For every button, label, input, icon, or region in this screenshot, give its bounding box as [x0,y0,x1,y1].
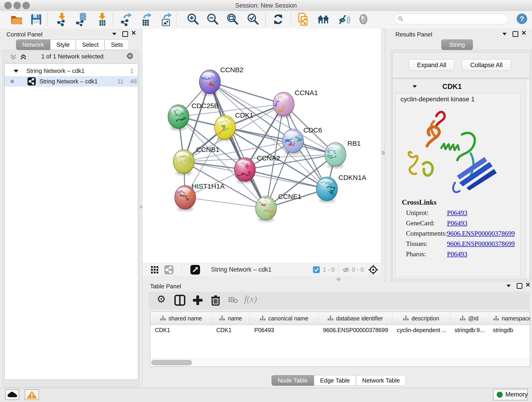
birds-eye-grid-icon[interactable] [151,266,159,275]
network-view-title: String Network – cdk1 [211,263,272,276]
tab-network[interactable]: Network [16,39,50,50]
cloud-button[interactable] [5,389,19,400]
delete-column-trash-icon[interactable] [210,294,221,307]
memory-label: Memory [505,391,528,398]
help-icon[interactable]: ? [516,13,529,27]
edge-CCNB2-CCNA1[interactable] [210,82,284,104]
node-label-RB1: RB1 [347,140,361,147]
node-HIST1H1A[interactable]: HIST1H1A [175,182,225,211]
zoom-out-icon[interactable] [206,12,219,26]
node-RB1[interactable]: RB1 [325,140,361,168]
table-panel-menu-icon[interactable] [507,285,511,287]
node-CDKN1A[interactable]: CDKN1A [314,174,366,203]
tab-string[interactable]: String [441,39,473,50]
results-panel-menu-icon[interactable] [502,33,507,35]
results-panel-title: Results Panel [395,31,432,38]
network-options-gear-icon[interactable]: ⚙ [126,52,133,60]
column-header-canonical-name[interactable]: canonical name [250,312,318,325]
table-scrollbar-thumb[interactable] [151,360,192,365]
warnings-button[interactable] [25,389,39,400]
memory-button[interactable]: Memory [493,389,528,400]
home-icon[interactable] [317,12,330,26]
collapse-all-button[interactable]: Collapse All [462,59,511,71]
node-CDC25B[interactable]: CDC25B [168,102,219,130]
node-CDK1[interactable]: CDK1 [212,111,253,141]
crosslink-link[interactable]: P06493 [447,209,467,217]
crosslink-row: Uniprot:P06493 [395,209,520,219]
horizontal-splitter-handle[interactable] [336,278,341,281]
search-box [394,14,508,24]
network-collection-row[interactable]: String Network – cdk1 1 [5,65,138,76]
open-in-window-icon[interactable] [190,265,200,274]
expand-all-button[interactable]: Expand All [409,59,454,71]
export-image-icon[interactable] [160,12,173,26]
node-CCNA1[interactable]: CCNA1 [272,89,318,118]
table-options-gear-icon[interactable]: ⚙ [157,293,166,306]
crosslink-link[interactable]: 9606.ENSP00000378699 [447,240,515,248]
results-scrollbar[interactable] [525,79,530,279]
results-panel-close-icon[interactable]: ✕ [521,31,526,36]
expand-all-networks-icon[interactable] [19,54,27,62]
tab-select[interactable]: Select [76,39,105,50]
hide-annotations-icon[interactable] [337,12,350,26]
collapse-all-networks-icon[interactable] [9,54,17,62]
open-session-icon[interactable] [10,12,23,26]
table-panel-close-icon[interactable]: ✕ [525,282,531,287]
crosslink-link[interactable]: P06493 [447,219,467,227]
zoom-in-icon[interactable] [186,12,199,26]
control-panel-float-icon[interactable] [122,31,128,37]
column-header-description[interactable]: description [392,312,450,325]
protein-structure-image [402,107,510,196]
column-header-@id[interactable]: @id [450,312,488,325]
import-network-icon[interactable] [56,12,68,26]
node-CCNE1[interactable]: CCNE1 [255,193,302,222]
collection-expand-icon[interactable] [14,70,18,73]
hidden-eye-icon[interactable] [342,266,350,274]
function-builder-icon[interactable]: f(x) [244,294,257,306]
crosslink-row: Tissues:9606.ENSP00000378699 [395,240,520,250]
create-column-plus-icon[interactable] [192,294,203,307]
table-horizontal-scrollbar[interactable] [150,358,530,366]
tab-network-table[interactable]: Network Table [356,375,406,386]
column-header-name[interactable]: name [212,312,250,325]
export-network-icon[interactable] [120,12,133,26]
crosslink-label: Uniprot: [406,209,428,217]
crosslink-link[interactable]: P06493 [447,250,467,258]
node-CCNA2[interactable]: CCNA2 [234,154,280,183]
export-table-icon[interactable] [140,12,152,26]
delete-table-icon[interactable] [228,296,238,309]
zoom-fit-icon[interactable] [226,12,239,26]
table-panel-float-icon[interactable] [517,283,522,289]
network-canvas[interactable]: CCNB2 CCNA1 CDC25B CDK1 CDC6 [142,29,381,263]
tab-node-table[interactable]: Node Table [272,375,314,386]
fit-selected-crosshair-icon[interactable] [368,264,379,276]
table-row[interactable]: CDK1CDK1P064939606.ENSP00000378699cyclin… [150,325,530,336]
tab-style[interactable]: Style [50,39,76,50]
column-header-namespace[interactable]: namespace [488,312,530,325]
save-session-icon[interactable] [30,12,43,26]
string-badge-icon[interactable] [164,265,173,274]
column-header-shared-name[interactable]: shared name [150,312,212,325]
edge-CCNA2-CDKN1A[interactable] [245,170,327,189]
results-panel-float-icon[interactable] [513,31,518,37]
column-header-database-identifier[interactable]: database identifier [318,312,392,325]
edge-HIST1H1A-CCNE1[interactable] [185,197,266,208]
crosslink-link[interactable]: 9606.ENSP00000378699 [447,230,515,237]
cdk1-collapse-icon[interactable] [413,85,417,88]
tab-sets[interactable]: Sets [105,39,129,50]
node-CDC6[interactable]: CDC6 [283,126,322,155]
right-splitter-handle[interactable] [382,151,385,155]
import-database-icon[interactable] [75,12,88,26]
control-panel-close-icon[interactable]: ✕ [131,31,136,36]
search-input[interactable] [406,15,504,23]
import-table-icon[interactable] [96,12,109,26]
show-eye-icon[interactable] [357,12,370,26]
tab-edge-table[interactable]: Edge Table [314,375,356,386]
refresh-icon[interactable] [272,12,285,26]
network-row-selected[interactable]: String Network – cdk1 11 48 [5,76,138,87]
zoom-selected-icon[interactable] [246,12,259,26]
control-panel-menu-icon[interactable] [112,33,116,35]
show-columns-icon[interactable] [174,294,186,307]
selected-checkbox-icon[interactable] [313,266,320,273]
clone-network-icon[interactable] [297,12,310,26]
